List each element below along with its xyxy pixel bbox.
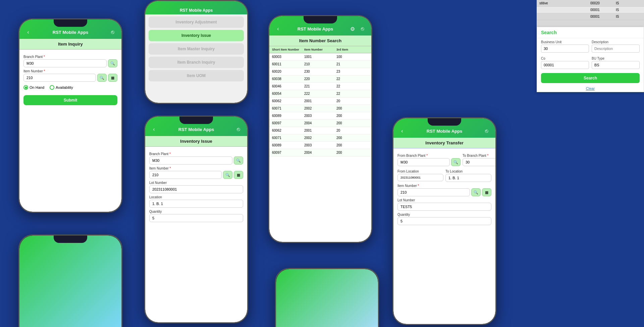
- branch-plant-input[interactable]: [23, 59, 107, 67]
- co-field: Co: [541, 57, 589, 69]
- p5-lot-label: Lot Number: [397, 198, 491, 202]
- to-location-input[interactable]: [445, 174, 491, 182]
- menu-item-branch-inquiry[interactable]: Item Branch Inquiry: [149, 57, 244, 68]
- top-list-row-3: 00001 IS: [537, 13, 644, 20]
- phone4-back-icon[interactable]: ‹: [150, 126, 158, 132]
- p5-item-barcode[interactable]: ▦: [482, 188, 491, 196]
- branch-plant-row: 🔍: [23, 59, 117, 67]
- to-branch-input[interactable]: [463, 158, 495, 166]
- from-branch-col: From Branch Plant * 🔍: [397, 152, 461, 166]
- menu-inventory-issue[interactable]: Inventory Issue: [149, 30, 244, 41]
- phone3-filter-icon[interactable]: ⚙: [348, 26, 357, 32]
- p5-item-input[interactable]: [397, 188, 470, 196]
- p4-item-input[interactable]: [149, 171, 222, 179]
- phone3-title: RST Mobile Apps: [282, 26, 348, 31]
- location-row: From Location To Location: [397, 168, 491, 182]
- p4-qty-input[interactable]: [149, 214, 243, 222]
- p5-qty-input[interactable]: [397, 217, 491, 225]
- phone-bottom-right-screen: [276, 269, 378, 327]
- radio-on-hand[interactable]: On Hand: [23, 85, 44, 90]
- branch-plant-search-btn[interactable]: 🔍: [108, 59, 117, 67]
- table-row[interactable]: 60062200120: [269, 127, 371, 134]
- bu-field: Business Unit: [541, 40, 589, 53]
- col1-header: Short Item Number: [272, 48, 304, 51]
- table-row[interactable]: 6005422222: [269, 90, 371, 97]
- from-branch-input[interactable]: [397, 158, 450, 166]
- phone-bottom-right-partial: [275, 268, 379, 327]
- back-icon[interactable]: ‹: [24, 29, 32, 35]
- phone4-notch: [179, 117, 213, 124]
- logout-icon[interactable]: ⎋: [109, 29, 117, 35]
- menu-inventory-adjustment[interactable]: Inventory Adjustment: [149, 16, 244, 28]
- p4-lot-input[interactable]: [149, 185, 243, 193]
- table-row[interactable]: 600892003200: [269, 112, 371, 120]
- table-row[interactable]: 600892003200: [269, 142, 371, 149]
- phone4-section: Inventory Issue: [145, 136, 247, 147]
- item-number-input[interactable]: [23, 74, 96, 82]
- table-row[interactable]: 600712002200: [269, 134, 371, 142]
- phone-menu: RST Mobile Apps Inventory Adjustment Inv…: [144, 0, 248, 104]
- table-row[interactable]: 6003822022: [269, 75, 371, 83]
- desc-input[interactable]: [592, 45, 640, 53]
- from-branch-search[interactable]: 🔍: [451, 158, 461, 166]
- phone4-logout-icon[interactable]: ⎋: [234, 126, 243, 132]
- phone3-back-icon[interactable]: ‹: [274, 26, 282, 32]
- to-branch-row: 🔍: [463, 158, 495, 166]
- top-right-panel: stitive 00020 IS 00001 IS 00001 IS: [537, 0, 644, 27]
- p5-lot-input[interactable]: [397, 203, 491, 211]
- menu-item-uom[interactable]: Item UOM: [149, 70, 244, 81]
- phone5-logout-icon[interactable]: ⎋: [483, 128, 491, 134]
- table-row[interactable]: 600712002200: [269, 105, 371, 112]
- phone1-screen: ‹ RST Mobile Apps ⎋ Item Inquiry Branch …: [19, 19, 121, 212]
- phone3-section: Item Number Search: [269, 36, 371, 46]
- submit-button[interactable]: Submit: [23, 95, 117, 105]
- p4-location-input[interactable]: [149, 200, 243, 208]
- table-header: Short Item Number Item Number 3rd Item: [269, 46, 371, 53]
- to-branch-label: To Branch Plant *: [463, 154, 495, 157]
- item-number-row: 🔍 ▦: [23, 74, 117, 82]
- from-branch-label: From Branch Plant *: [397, 154, 461, 157]
- table-row[interactable]: 600031001100: [269, 53, 371, 61]
- phone3-logout-icon[interactable]: ⎋: [359, 26, 367, 32]
- p4-location-label: Location: [149, 195, 243, 199]
- table-row[interactable]: 6002023023: [269, 68, 371, 75]
- radio-on-hand-circle[interactable]: [23, 85, 28, 90]
- clear-button[interactable]: Clear: [537, 85, 644, 92]
- p4-branch-input[interactable]: [149, 156, 232, 165]
- item-number-search-btn[interactable]: 🔍: [97, 74, 107, 82]
- phone5-form: From Branch Plant * 🔍 To Branch Plant * …: [393, 148, 495, 228]
- p4-item-barcode[interactable]: ▦: [234, 171, 243, 179]
- phone3-screen: ‹ RST Mobile Apps ⚙ ⎋ Item Number Search…: [269, 16, 371, 242]
- bu-input[interactable]: [541, 45, 589, 53]
- item-number-label: Item Number *: [23, 69, 117, 73]
- from-location-input[interactable]: [397, 174, 443, 181]
- radio-availability-circle[interactable]: [50, 85, 54, 90]
- phone-inventory-issue: ‹ RST Mobile Apps ⎋ Inventory Issue Bran…: [144, 116, 248, 323]
- col3-header: 3rd Item: [336, 48, 369, 51]
- phone1-notch: [54, 19, 87, 27]
- search-button[interactable]: Search: [541, 73, 640, 83]
- p5-item-search[interactable]: 🔍: [471, 188, 481, 196]
- search-panel-header: Search: [537, 27, 644, 38]
- co-input[interactable]: [541, 61, 589, 69]
- from-location-col: From Location: [397, 168, 443, 182]
- p4-item-search[interactable]: 🔍: [223, 171, 232, 179]
- phone-bottom-notch: [54, 236, 87, 243]
- p4-branch-search[interactable]: 🔍: [234, 156, 243, 165]
- to-branch-col: To Branch Plant * 🔍: [463, 152, 495, 166]
- menu-item-master-inquiry[interactable]: Item Master Inquiry: [149, 43, 244, 55]
- table-row[interactable]: 600972004200: [269, 149, 371, 156]
- phone5-back-icon[interactable]: ‹: [398, 128, 406, 134]
- phone-bottom-partial: [18, 235, 122, 327]
- table-row[interactable]: 60062200120: [269, 97, 371, 105]
- table-row[interactable]: 6001121021: [269, 61, 371, 68]
- item-number-barcode-btn[interactable]: ▦: [108, 74, 117, 82]
- table-row[interactable]: 600972004200: [269, 120, 371, 127]
- phone1-form: Branch Plant * 🔍 Item Number * 🔍 ▦ On Ha…: [19, 50, 121, 109]
- bu-type-field: BU Type: [592, 57, 640, 69]
- radio-availability[interactable]: Availability: [50, 85, 73, 90]
- phone-bottom-screen: [19, 236, 121, 327]
- phone-item-inquiry: ‹ RST Mobile Apps ⎋ Item Inquiry Branch …: [18, 18, 122, 213]
- table-row[interactable]: 6004622122: [269, 83, 371, 90]
- bu-type-input[interactable]: [592, 61, 640, 69]
